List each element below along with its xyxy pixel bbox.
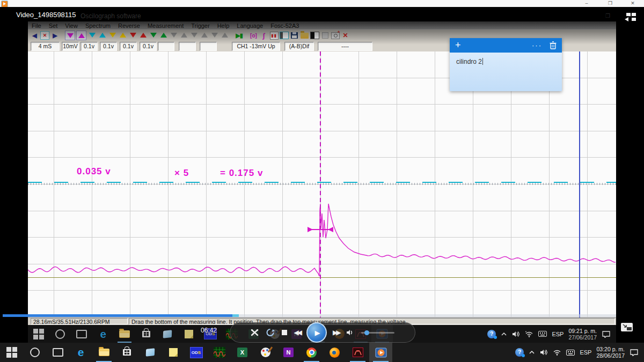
integral-icon[interactable]: ∫ [259,31,268,40]
excel-icon[interactable]: X [231,343,254,362]
channel-setting-box[interactable]: 0.1v [100,42,117,51]
stickynotes-icon[interactable] [162,343,185,362]
run-pause-icon[interactable]: ▶▮ [235,31,244,40]
chevron-up-icon[interactable] [501,332,507,336]
paint-icon[interactable] [254,343,277,362]
cortana-icon[interactable] [49,325,71,343]
new-note-icon[interactable]: + [455,40,461,51]
fast-forward-icon[interactable]: ▶▶ [333,329,339,336]
recorded-clock[interactable]: 09:21 p. m. 27/06/2017 [568,328,597,341]
channel-setting-box-empty[interactable] [158,42,174,51]
ods-icon[interactable]: ODS [185,343,208,362]
shift-up-icon[interactable] [98,31,107,39]
shift-up-icon[interactable] [76,31,86,40]
close-button[interactable]: ✕ [625,0,641,7]
save-icon[interactable] [290,31,299,40]
shift-down-icon[interactable] [65,31,75,40]
shift-up-icon[interactable] [220,31,229,39]
window-zoom-icon[interactable] [280,31,289,40]
taskview-icon[interactable] [71,325,92,343]
menu-item-reverse[interactable]: Reverse [114,23,144,29]
volume-icon[interactable] [346,329,354,336]
speaker-icon[interactable] [540,349,548,356]
snapshot-camera-icon[interactable] [331,31,340,40]
wifi-icon[interactable] [553,349,561,356]
cursor-bars-icon[interactable]: ▮▮ [269,31,279,40]
firefox-icon[interactable] [323,343,346,362]
store-icon[interactable] [115,343,138,362]
invert-display-icon[interactable] [310,31,319,40]
language-indicator[interactable]: ESP [552,331,564,337]
volume-knob[interactable] [364,330,369,335]
channel-setting-box[interactable]: 0.1v [120,42,137,51]
taskbar-clock[interactable]: 03:20 p. m. 28/06/2017 [596,346,625,359]
prev-arrow-icon[interactable]: ◀ [30,31,39,40]
stickynotes-icon[interactable] [178,325,200,343]
delete-selection-icon[interactable]: ✕ [40,31,49,40]
close-trace-icon[interactable]: ✕ [341,31,350,40]
edge-icon[interactable]: e [92,325,114,343]
notebook-icon[interactable] [157,325,178,343]
channel-setting-box[interactable]: 0.1v [140,42,157,51]
channel-setting-box-empty[interactable] [200,42,217,51]
edge-icon[interactable]: e [69,343,92,362]
scope-icon[interactable] [208,343,231,362]
extra-info-box[interactable]: ---- [318,42,372,51]
menu-item-spectrum[interactable]: Spectrum [82,23,114,29]
note-menu-icon[interactable]: ··· [532,41,542,49]
delete-note-icon[interactable] [550,41,557,49]
minimize-button[interactable]: – [579,0,595,7]
blue-cursor-line[interactable] [579,51,580,317]
start-button[interactable] [0,343,23,362]
channel-setting-box[interactable]: 10mV [62,42,79,51]
shift-up-icon[interactable] [118,31,127,39]
auto-measure-icon[interactable]: [o] [249,31,258,40]
menu-item-view[interactable]: View [61,23,82,29]
play-button[interactable]: ▶ [306,322,327,343]
channel-setting-box[interactable]: 4 mS [31,42,60,51]
language-indicator[interactable]: ESP [580,349,591,356]
explorer-icon[interactable] [114,325,135,343]
stop-icon[interactable] [282,330,287,335]
action-center-icon[interactable] [602,330,611,338]
repeat-icon[interactable] [266,328,275,337]
shift-down-icon[interactable] [87,31,97,39]
store-icon[interactable] [135,325,157,343]
ab-mode-box[interactable]: (A-B)Dif [284,42,314,51]
menu-item-set[interactable]: Set [45,23,62,29]
shift-up-icon[interactable] [138,31,148,39]
shift-down-icon[interactable] [169,31,178,39]
shift-down-icon[interactable] [149,31,158,39]
action-center-icon[interactable] [630,349,639,356]
rewind-icon[interactable]: ◀◀ [294,329,301,336]
shift-down-icon[interactable] [189,31,199,39]
acrobat-icon[interactable] [346,343,369,362]
videoplayer-icon[interactable] [369,343,392,362]
shift-down-icon[interactable] [128,31,137,39]
mini-player-icon[interactable] [620,322,633,334]
keyboard-layout-icon[interactable] [538,331,547,337]
sticky-note-header[interactable]: + ··· [450,38,562,53]
help-icon[interactable]: ? [515,348,524,357]
next-arrow-icon[interactable]: ▶ [50,31,60,40]
open-folder-icon[interactable] [300,31,309,40]
mini-view-icon[interactable] [625,13,638,24]
bottom-measuring-marker[interactable] [308,225,333,234]
wifi-icon[interactable] [525,331,533,337]
channel-setting-box[interactable]: 0.1v [80,42,98,51]
note-text-area[interactable]: cilindro 2 [450,53,562,91]
menu-item-language[interactable]: Language [233,23,267,29]
volume-slider[interactable] [361,332,394,334]
restore-button[interactable]: ❐ [602,0,618,7]
menu-item-trigger[interactable]: Trigger [187,23,213,29]
shift-up-icon[interactable] [179,31,188,39]
taskview-icon[interactable] [46,343,69,362]
menu-item-help[interactable]: Help [214,23,233,29]
tools-icon[interactable] [251,329,259,336]
help-icon[interactable]: ? [487,330,496,338]
shift-down-icon[interactable] [108,31,117,39]
chevron-up-icon[interactable] [529,350,535,354]
channel-setting-box-empty[interactable] [179,42,196,51]
keyboard-layout-icon[interactable] [566,350,575,356]
onenote-icon[interactable]: N [277,343,300,362]
